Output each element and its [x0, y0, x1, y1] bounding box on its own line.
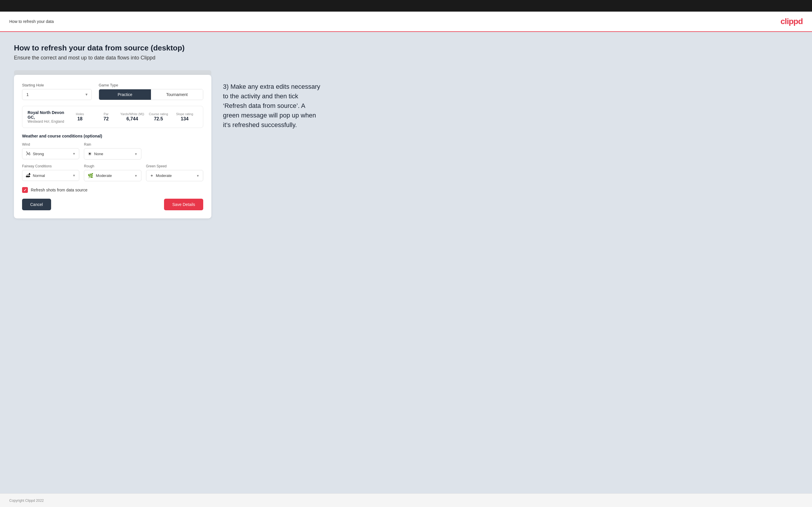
rain-value: None [94, 152, 132, 156]
refresh-checkbox-label: Refresh shots from data source [31, 188, 87, 192]
game-type-toggle: Practice Tournament [99, 89, 203, 100]
rain-label: Rain [84, 143, 141, 147]
step-description: 3) Make any extra edits necessary to the… [223, 82, 322, 130]
rough-item: Rough 🌿 Moderate ▼ [84, 164, 141, 181]
rain-chevron-icon: ▼ [135, 152, 138, 156]
partial-card-hint [14, 70, 211, 75]
checkmark-icon: ✓ [23, 188, 27, 192]
rough-value: Moderate [96, 173, 132, 178]
content-area: How to refresh your data from source (de… [0, 32, 812, 493]
green-speed-item: Green Speed ⚬ Moderate ▼ [146, 164, 203, 181]
form-card: Starting Hole 1 ▼ Game Type Pr [14, 75, 211, 218]
page-heading: How to refresh your data from source (de… [14, 44, 798, 53]
buttons-row: Cancel Save Details [22, 199, 203, 210]
starting-hole-select-wrapper: 1 ▼ [22, 89, 92, 100]
game-type-group: Game Type Practice Tournament [99, 83, 203, 100]
par-label: Par [93, 112, 119, 116]
refresh-checkbox-row: ✓ Refresh shots from data source [22, 187, 203, 193]
rain-item: Rain ☀ None ▼ [84, 143, 141, 160]
course-info: Royal North Devon GC, Westward Ho!, Engl… [22, 106, 203, 128]
slope-label: Slope rating [171, 112, 198, 116]
starting-hole-select[interactable]: 1 [22, 89, 92, 100]
fairway-chevron-icon: ▼ [72, 174, 75, 177]
course-rating-value: 72.5 [145, 116, 171, 121]
wind-item: Wind 🌬 Strong ▼ [22, 143, 79, 160]
top-row: Starting Hole 1 ▼ Game Type Pr [22, 83, 203, 100]
wind-chevron-icon: ▼ [72, 152, 75, 156]
green-speed-label: Green Speed [146, 164, 203, 168]
course-rating-label: Course rating [145, 112, 171, 116]
rough-label: Rough [84, 164, 141, 168]
save-details-button[interactable]: Save Details [164, 199, 203, 210]
fairway-icon: 🏕 [26, 173, 31, 178]
wind-select[interactable]: 🌬 Strong ▼ [22, 148, 79, 159]
header: How to refresh your data clippd [0, 12, 812, 32]
holes-label: Holes [67, 112, 93, 116]
rough-chevron-icon: ▼ [135, 174, 138, 177]
footer: Copyright Clippd 2022 [0, 493, 812, 507]
wind-icon: 🌬 [26, 151, 31, 156]
wind-label: Wind [22, 143, 79, 147]
rough-icon: 🌿 [88, 173, 94, 178]
weather-section-label: Weather and course conditions (optional) [22, 134, 203, 138]
main-container: How to refresh your data clippd How to r… [0, 12, 812, 507]
left-col: Starting Hole 1 ▼ Game Type Pr [14, 70, 211, 218]
course-name-section: Royal North Devon GC, Westward Ho!, Engl… [28, 110, 67, 123]
green-speed-value: Moderate [156, 173, 194, 178]
header-title: How to refresh your data [9, 19, 54, 24]
conditions-three-row: Fairway Conditions 🏕 Normal ▼ Rough 🌿 [22, 164, 203, 181]
game-type-label: Game Type [99, 83, 203, 87]
logo: clippd [781, 17, 803, 26]
yards-label: Yards/White (M)) [119, 112, 145, 116]
slope-value: 134 [171, 116, 198, 121]
right-col: 3) Make any extra edits necessary to the… [223, 70, 322, 130]
yards-value: 6,744 [119, 116, 145, 121]
refresh-checkbox[interactable]: ✓ [22, 187, 28, 193]
rain-icon: ☀ [88, 151, 92, 157]
holes-value: 18 [67, 116, 93, 121]
fairway-value: Normal [33, 173, 70, 178]
par-value: 72 [93, 116, 119, 121]
starting-hole-label: Starting Hole [22, 83, 92, 87]
wind-rain-row: Wind 🌬 Strong ▼ Rain ☀ None [22, 143, 203, 160]
wind-value: Strong [33, 152, 70, 156]
course-stat-course-rating: Course rating 72.5 [145, 112, 171, 121]
course-stat-par: Par 72 [93, 112, 119, 121]
copyright-text: Copyright Clippd 2022 [9, 499, 44, 503]
fairway-item: Fairway Conditions 🏕 Normal ▼ [22, 164, 79, 181]
green-speed-icon: ⚬ [150, 173, 154, 178]
fairway-select[interactable]: 🏕 Normal ▼ [22, 170, 79, 181]
starting-hole-group: Starting Hole 1 ▼ [22, 83, 92, 100]
cancel-button[interactable]: Cancel [22, 199, 51, 210]
course-name: Royal North Devon GC, [28, 110, 67, 119]
course-stat-yards: Yards/White (M)) 6,744 [119, 112, 145, 121]
tournament-button[interactable]: Tournament [151, 89, 203, 100]
fairway-label: Fairway Conditions [22, 164, 79, 168]
rain-select[interactable]: ☀ None ▼ [84, 148, 141, 160]
course-stat-holes: Holes 18 [67, 112, 93, 121]
green-speed-chevron-icon: ▼ [196, 174, 199, 177]
course-stat-slope: Slope rating 134 [171, 112, 198, 121]
practice-button[interactable]: Practice [99, 89, 151, 100]
top-bar [0, 0, 812, 12]
course-location: Westward Ho!, England [28, 119, 67, 123]
rough-select[interactable]: 🌿 Moderate ▼ [84, 170, 141, 181]
two-col-layout: Starting Hole 1 ▼ Game Type Pr [14, 70, 798, 218]
page-subheading: Ensure the correct and most up to date d… [14, 55, 798, 61]
green-speed-select[interactable]: ⚬ Moderate ▼ [146, 170, 203, 181]
